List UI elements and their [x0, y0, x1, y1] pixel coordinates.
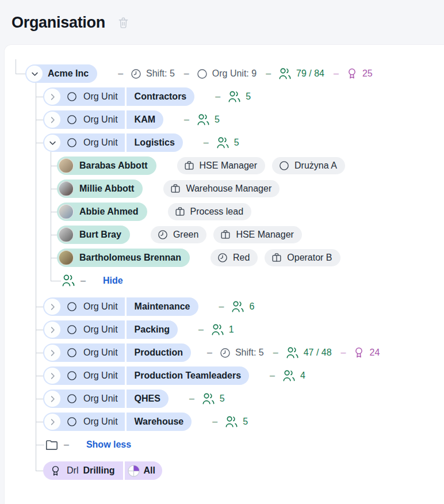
- shift-meta: – Shift: 5: [207, 347, 264, 359]
- chevron-right-icon[interactable]: [44, 89, 60, 105]
- briefcase-icon: [220, 229, 231, 240]
- tree-row-org-unit: Org Unit Contractors – 5: [43, 85, 251, 108]
- tree-row-org-unit: Org Unit KAM – 5: [43, 108, 220, 131]
- tree-connector: [51, 189, 57, 189]
- chevron-right-icon[interactable]: [44, 112, 60, 128]
- members-count: 5: [243, 417, 248, 427]
- hide-link[interactable]: Hide: [103, 276, 123, 286]
- members-count: 79 / 84: [296, 68, 324, 79]
- users-icon: [216, 136, 230, 150]
- members-count: 4: [300, 371, 305, 381]
- chevron-right-icon[interactable]: [44, 345, 60, 361]
- org-unit-pill[interactable]: Org Unit Logistics: [43, 133, 183, 152]
- skill-name: Drilling: [83, 465, 114, 476]
- chevron-right-icon[interactable]: [44, 391, 60, 407]
- org-unit-pill[interactable]: Org Unit Warehouse: [43, 413, 192, 431]
- tree-connector: [16, 59, 26, 74]
- awards-count: 24: [369, 348, 380, 358]
- org-unit-pill[interactable]: Org Unit Production: [43, 343, 191, 362]
- members-meta: – 5: [189, 392, 225, 406]
- tree-row-org-unit: Org Unit QHES – 5: [43, 387, 225, 410]
- tree-row-org-unit: Org Unit Logistics – 5: [43, 131, 239, 154]
- page-title: Organisation: [12, 14, 105, 32]
- org-unit-pill[interactable]: Org Unit Contractors: [43, 87, 194, 106]
- members-count: 47 / 48: [304, 348, 332, 358]
- person-pill[interactable]: Abbie Ahmed: [57, 203, 147, 221]
- org-unit-name: Logistics: [127, 138, 183, 148]
- org-unit-pill[interactable]: Org Unit Packing: [43, 320, 178, 339]
- person-name: Burt Bray: [74, 230, 130, 240]
- folder-icon: [44, 437, 59, 452]
- organisation-panel: Acme Inc – Shift: 5 – Org Unit: 9 – 79 /…: [5, 45, 444, 504]
- tree-row-person: Barabas Abbott HSE Manager Drużyna A: [57, 154, 345, 177]
- tree-row-person: Bartholomeus Brennan Red Operator B: [57, 246, 340, 269]
- chevron-down-icon[interactable]: [44, 135, 60, 151]
- chevron-right-icon[interactable]: [44, 368, 60, 384]
- awards-count: 25: [362, 68, 373, 79]
- org-root-pill[interactable]: Acme Inc: [25, 64, 97, 83]
- awards-meta: – 24: [341, 346, 380, 359]
- show-less-link[interactable]: Show less: [86, 440, 131, 450]
- tree-connector: [36, 97, 43, 97]
- org-unit-name: QHES: [127, 394, 169, 404]
- circle-icon: [196, 68, 208, 80]
- chevron-down-icon[interactable]: [26, 66, 43, 82]
- members-meta: – 4: [270, 369, 305, 383]
- org-root-name: Acme Inc: [48, 68, 89, 79]
- circle-icon: [66, 370, 78, 381]
- members-count: 5: [220, 394, 225, 404]
- tree-connector: [36, 330, 43, 330]
- org-unit-meta: – Org Unit: 9: [184, 68, 257, 80]
- tree-row-org-unit: Org Unit Warehouse – 5: [43, 410, 248, 433]
- tree-connector: [36, 445, 44, 445]
- org-unit-pill[interactable]: Org Unit Production Teamleaders: [43, 366, 249, 385]
- briefcase-icon: [271, 252, 282, 264]
- clock-icon: [217, 252, 228, 264]
- avatar: [59, 250, 74, 265]
- award-icon: [346, 67, 358, 80]
- org-unit-pill[interactable]: Org Unit Maintenance: [43, 297, 198, 316]
- skill-scope: All: [144, 465, 155, 476]
- users-icon: [61, 273, 76, 288]
- org-unit-name: Maintenance: [127, 301, 198, 312]
- tree-row-org-unit: Org Unit Production – Shift: 5 – 47 / 48…: [43, 341, 380, 364]
- members-meta: – 1: [198, 323, 234, 337]
- org-unit-pill[interactable]: Org Unit KAM: [43, 110, 163, 129]
- clock-icon: [219, 347, 231, 359]
- users-icon: [201, 392, 216, 406]
- tree-connector: [36, 471, 43, 471]
- users-icon: [285, 346, 300, 360]
- clock-icon: [157, 229, 169, 240]
- person-name: Millie Abbott: [74, 184, 143, 194]
- circle-icon: [66, 114, 78, 125]
- person-name: Barabas Abbott: [74, 161, 156, 171]
- members-count: 5: [215, 114, 220, 125]
- tree-row-person: Abbie Ahmed Process lead: [57, 200, 251, 223]
- users-icon: [278, 67, 292, 81]
- shift-count: Shift: 5: [235, 348, 264, 358]
- person-name: Bartholomeus Brennan: [74, 253, 190, 263]
- chevron-right-icon[interactable]: [44, 322, 60, 338]
- briefcase-icon: [170, 183, 181, 194]
- org-unit-pill[interactable]: Org Unit QHES: [43, 390, 169, 408]
- members-meta: – 5: [184, 113, 220, 127]
- users-icon: [227, 90, 242, 104]
- person-pill[interactable]: Burt Bray: [57, 226, 130, 244]
- chevron-right-icon[interactable]: [44, 414, 60, 430]
- tree-row-person: Burt Bray Green HSE Manager: [57, 223, 302, 246]
- person-pill[interactable]: Millie Abbott: [57, 180, 143, 198]
- tree-connector: [36, 376, 43, 376]
- circle-icon: [66, 301, 78, 312]
- skill-pill[interactable]: Drl Drilling All: [43, 461, 162, 480]
- person-pill[interactable]: Bartholomeus Brennan: [57, 249, 190, 267]
- trash-icon[interactable]: [117, 16, 130, 29]
- tree-row-person: Millie Abbott Warehouse Manager: [57, 177, 280, 200]
- chevron-right-icon[interactable]: [44, 299, 60, 315]
- tree-row-org-unit: Org Unit Production Teamleaders – 4: [43, 364, 305, 387]
- members-count: 6: [249, 301, 254, 312]
- person-pill[interactable]: Barabas Abbott: [57, 156, 156, 175]
- shift-badge: Green: [151, 226, 206, 243]
- members-count: 5: [234, 138, 239, 148]
- role-badge: HSE Manager: [213, 226, 302, 243]
- circle-icon: [66, 393, 78, 404]
